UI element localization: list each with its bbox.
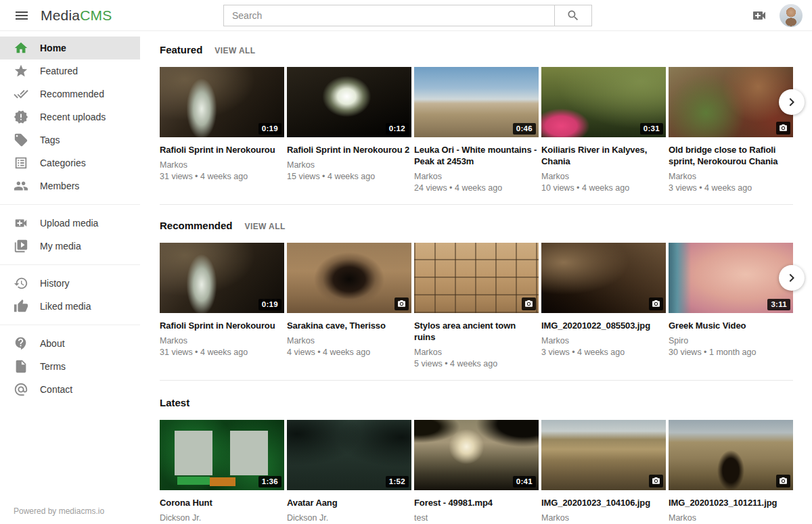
- search-button[interactable]: [554, 5, 592, 26]
- media-author[interactable]: Dickson Jr.: [287, 513, 411, 523]
- media-author[interactable]: Markos: [160, 336, 284, 346]
- media-card: 0:46 Leuka Ori - White mountains - Peak …: [414, 67, 539, 193]
- user-avatar[interactable]: [780, 4, 803, 27]
- sidebar-item-members[interactable]: Members: [0, 174, 140, 197]
- sidebar-item-label: Categories: [40, 158, 86, 168]
- media-thumbnail[interactable]: [414, 243, 539, 313]
- media-thumbnail[interactable]: [541, 243, 666, 313]
- sidebar-item-label: Recommended: [40, 89, 104, 99]
- video-call-icon: [751, 7, 767, 24]
- sidebar-item-my-media[interactable]: My media: [0, 235, 140, 258]
- media-author[interactable]: Spiro: [669, 336, 793, 346]
- media-thumbnail[interactable]: [541, 420, 666, 490]
- media-title[interactable]: Greek Music Video: [669, 320, 793, 331]
- media-thumbnail[interactable]: 0:19: [160, 243, 284, 313]
- media-meta: 15 views • 4 weeks ago: [287, 172, 411, 181]
- media-meta: 3 views • 4 weeks ago: [541, 348, 666, 357]
- sidebar-item-history[interactable]: History: [0, 272, 140, 295]
- sidebar-item-upload-media[interactable]: Upload media: [0, 212, 140, 235]
- media-title[interactable]: Rafioli Sprint in Nerokourou: [160, 320, 284, 331]
- media-card: Old bridge close to Rafioli sprint, Nero…: [669, 67, 793, 193]
- media-thumbnail[interactable]: 1:36: [160, 420, 284, 490]
- media-title[interactable]: Forest - 49981.mp4: [414, 497, 539, 508]
- sidebar-item-recent-uploads[interactable]: Recent uploads: [0, 105, 140, 128]
- duration-badge: 1:36: [258, 476, 281, 488]
- app-header: MediaCMS: [0, 0, 812, 31]
- media-thumbnail[interactable]: 0:31: [541, 67, 666, 137]
- sidebar-item-label: Recent uploads: [40, 112, 106, 122]
- media-author[interactable]: Markos: [287, 336, 411, 346]
- media-author[interactable]: test: [414, 513, 539, 523]
- media-author[interactable]: Dickson Jr.: [160, 513, 284, 523]
- media-author[interactable]: Markos: [414, 348, 539, 357]
- camera-icon: [652, 477, 660, 485]
- media-title[interactable]: IMG_20201022_085503.jpg: [541, 320, 666, 331]
- people-icon: [14, 178, 28, 193]
- media-author[interactable]: Markos: [541, 336, 666, 346]
- media-card: 3:11 Greek Music Video Spiro 30 views • …: [669, 243, 793, 368]
- view-all-link[interactable]: VIEW ALL: [245, 222, 286, 231]
- media-author[interactable]: Markos: [541, 513, 666, 523]
- media-thumbnail[interactable]: 0:19: [160, 67, 284, 137]
- photo-badge: [394, 297, 409, 310]
- media-thumbnail[interactable]: 3:11: [669, 243, 793, 313]
- sidebar-item-about[interactable]: About: [0, 332, 140, 355]
- duration-badge: 1:52: [386, 476, 409, 488]
- sidebar-item-categories[interactable]: Categories: [0, 151, 140, 174]
- duration-badge: 0:41: [513, 476, 536, 488]
- sidebar-item-label: History: [40, 278, 70, 289]
- media-thumbnail[interactable]: [669, 420, 793, 490]
- media-author[interactable]: Markos: [160, 160, 284, 170]
- media-meta: 4 views • 4 weeks ago: [287, 348, 411, 357]
- media-meta: 3 views • 4 weeks ago: [669, 183, 793, 193]
- tag-icon: [14, 133, 28, 147]
- video-library-icon: [14, 239, 28, 254]
- menu-button[interactable]: [8, 2, 35, 29]
- sidebar-item-featured[interactable]: Featured: [0, 59, 140, 82]
- media-title[interactable]: IMG_20201023_104106.jpg: [541, 497, 666, 508]
- media-title[interactable]: IMG_20201023_101211.jpg: [669, 497, 793, 508]
- media-author[interactable]: Markos: [541, 172, 666, 181]
- sidebar-item-label: Featured: [40, 66, 78, 76]
- media-thumbnail[interactable]: 1:52: [287, 420, 411, 490]
- sidebar-item-contact[interactable]: Contact: [0, 378, 140, 401]
- carousel-next-button[interactable]: [779, 265, 805, 291]
- view-all-link[interactable]: VIEW ALL: [215, 46, 255, 55]
- sidebar-item-recommended[interactable]: Recommended: [0, 82, 140, 105]
- media-thumbnail[interactable]: [287, 243, 411, 313]
- media-thumbnail[interactable]: [669, 67, 793, 137]
- media-title[interactable]: Rafioli Sprint in Nerokourou 2: [287, 144, 411, 156]
- sidebar-item-liked-media[interactable]: Liked media: [0, 295, 140, 318]
- media-title[interactable]: Stylos area ancient town ruins: [414, 320, 539, 343]
- media-title[interactable]: Avatar Aang: [287, 497, 411, 508]
- media-author[interactable]: Markos: [287, 160, 411, 170]
- camera-icon: [652, 300, 660, 308]
- media-title[interactable]: Old bridge close to Rafioli sprint, Nero…: [669, 144, 793, 167]
- media-title[interactable]: Koiliaris River in Kalyves, Chania: [541, 144, 666, 167]
- sidebar-divider: [0, 204, 140, 205]
- media-author[interactable]: Markos: [669, 513, 793, 523]
- media-author[interactable]: Markos: [414, 172, 539, 181]
- upload-media-button[interactable]: [751, 7, 767, 24]
- media-title[interactable]: Corona Hunt: [160, 497, 284, 508]
- media-title[interactable]: Leuka Ori - White mountains - Peak at 24…: [414, 144, 539, 167]
- powered-by-footer[interactable]: Powered by mediacms.io: [14, 506, 104, 516]
- sidebar-item-terms[interactable]: Terms: [0, 355, 140, 378]
- sidebar-item-home[interactable]: Home: [0, 37, 140, 59]
- carousel-next-button[interactable]: [779, 89, 805, 115]
- at-sign-icon: [14, 382, 28, 397]
- sidebar-divider: [0, 325, 140, 325]
- media-thumbnail[interactable]: 0:12: [287, 67, 411, 137]
- done-all-icon: [14, 87, 28, 101]
- media-meta: 31 views • 4 weeks ago: [160, 172, 284, 181]
- search-input[interactable]: [223, 5, 554, 26]
- hamburger-icon: [14, 7, 30, 24]
- media-title[interactable]: Rafioli Sprint in Nerokourou: [160, 144, 284, 156]
- home-icon: [14, 41, 28, 55]
- logo[interactable]: MediaCMS: [41, 7, 112, 24]
- media-thumbnail[interactable]: 0:46: [414, 67, 539, 137]
- media-title[interactable]: Sarakina cave, Therisso: [287, 320, 411, 331]
- media-author[interactable]: Markos: [669, 172, 793, 181]
- sidebar-item-tags[interactable]: Tags: [0, 128, 140, 151]
- media-thumbnail[interactable]: 0:41: [414, 420, 539, 490]
